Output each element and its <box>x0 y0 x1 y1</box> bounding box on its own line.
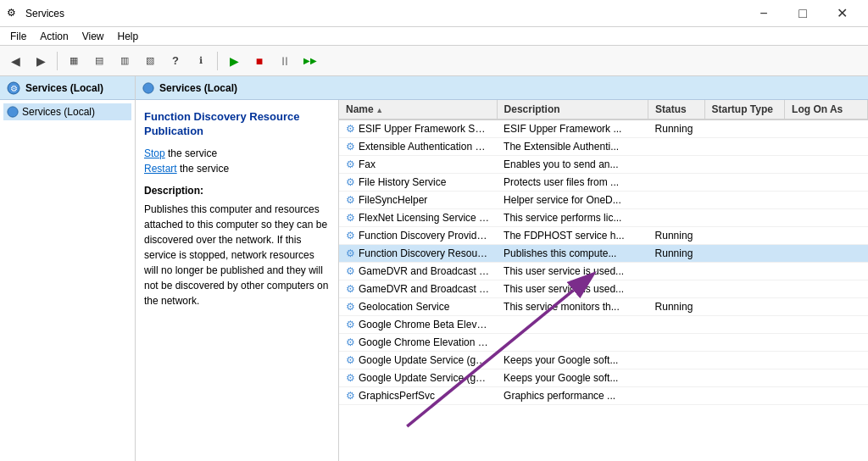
cell-startup <box>704 227 785 245</box>
svg-text:⚙: ⚙ <box>10 84 18 93</box>
close-button[interactable]: ✕ <box>822 0 861 27</box>
table-row[interactable]: Google Update Service (gupdate)Keeps you… <box>339 352 868 369</box>
cell-desc: Keeps your Google soft... <box>497 352 648 369</box>
restore-button[interactable]: □ <box>783 0 822 27</box>
about-button[interactable]: ℹ <box>189 49 213 73</box>
tree-services-icon <box>7 106 19 118</box>
cell-startup <box>704 280 785 298</box>
table-row[interactable]: Function Discovery Provider HostThe FDPH… <box>339 227 868 245</box>
cell-desc: Helper service for OneD... <box>497 192 648 209</box>
cell-startup <box>704 245 785 263</box>
help-button[interactable]: ? <box>164 49 187 73</box>
table-row[interactable]: FlexNet Licensing Service 64This service… <box>339 209 868 227</box>
cell-status <box>648 156 704 174</box>
forward-button[interactable]: ▶ <box>29 49 53 73</box>
tree-item-services-local[interactable]: Services (Local) <box>3 103 131 120</box>
cell-desc: Enables you to send an... <box>497 156 648 174</box>
cell-logon <box>785 227 868 245</box>
col-header-status[interactable]: Status <box>648 100 704 119</box>
cell-startup <box>704 316 785 334</box>
service-gear-icon <box>346 319 359 330</box>
table-row[interactable]: Function Discovery Resource PublicationP… <box>339 245 868 263</box>
cell-status <box>648 334 704 352</box>
menu-view[interactable]: View <box>75 29 111 44</box>
cell-status <box>648 280 704 298</box>
table-row[interactable]: Google Chrome Beta Elevation Service (Go… <box>339 316 868 334</box>
right-panel: Services (Local) Function Discovery Reso… <box>136 76 868 461</box>
tree-item-label: Services (Local) <box>22 106 95 118</box>
content-header-icon <box>142 82 154 94</box>
pause-button[interactable]: ⏸ <box>273 49 297 73</box>
cell-status: Running <box>648 227 704 245</box>
cell-desc <box>497 316 648 334</box>
col-header-desc[interactable]: Description <box>497 100 648 119</box>
cell-status: Running <box>648 119 704 138</box>
content-header: Services (Local) <box>136 76 868 100</box>
description-text: Publishes this computer and resources at… <box>144 202 330 308</box>
view2-button[interactable]: ▥ <box>113 49 136 73</box>
col-header-logon[interactable]: Log On As <box>785 100 868 119</box>
table-row[interactable]: File History ServiceProtects user files … <box>339 174 868 192</box>
service-gear-icon <box>346 176 359 188</box>
cell-startup <box>704 156 785 174</box>
table-row[interactable]: GraphicsPerfSvcGraphics performance ... <box>339 387 868 405</box>
menu-action[interactable]: Action <box>33 29 75 44</box>
menu-file[interactable]: File <box>3 29 33 44</box>
cell-status <box>648 352 704 369</box>
cell-status <box>648 192 704 209</box>
toolbar-sep-2 <box>217 52 218 70</box>
show-hide-button[interactable]: ▦ <box>62 49 86 73</box>
toolbar: ◀ ▶ ▦ ▤ ▥ ▧ ? ℹ ▶ ■ ⏸ ▶▶ <box>0 46 868 76</box>
table-row[interactable]: Extensible Authentication ProtocolThe Ex… <box>339 138 868 156</box>
cell-startup <box>704 138 785 156</box>
cell-desc: Protects user files from ... <box>497 174 648 192</box>
cell-name: Fax <box>339 156 497 174</box>
play-button[interactable]: ▶ <box>222 49 246 73</box>
view-button[interactable]: ▤ <box>87 49 111 73</box>
menu-bar: File Action View Help <box>0 27 868 46</box>
cell-desc: Keeps your Google soft... <box>497 369 648 387</box>
cell-desc: This service performs lic... <box>497 209 648 227</box>
table-row[interactable]: GameDVR and Broadcast User Service_23631… <box>339 280 868 298</box>
table-row[interactable]: ESIF Upper Framework ServiceESIF Upper F… <box>339 119 868 138</box>
cell-logon <box>785 263 868 280</box>
table-row[interactable]: FileSyncHelperHelper service for OneD... <box>339 192 868 209</box>
stop-button[interactable]: ■ <box>248 49 271 73</box>
stop-link[interactable]: Stop <box>144 147 165 159</box>
cell-startup <box>704 209 785 227</box>
cell-desc: Publishes this compute... <box>497 245 648 263</box>
col-header-name[interactable]: Name <box>339 100 497 119</box>
minimize-button[interactable]: − <box>744 0 783 27</box>
services-table-container[interactable]: Name Description Status Startup Type Log… <box>339 100 868 461</box>
back-button[interactable]: ◀ <box>3 49 27 73</box>
table-row[interactable]: Google Update Service (gupdatem)Keeps yo… <box>339 369 868 387</box>
cell-logon <box>785 245 868 263</box>
cell-logon <box>785 334 868 352</box>
table-row[interactable]: FaxEnables you to send an... <box>339 156 868 174</box>
svg-point-2 <box>8 107 18 117</box>
content-header-title: Services (Local) <box>159 82 237 94</box>
service-gear-icon <box>346 230 359 242</box>
service-title: Function Discovery Resource Publication <box>144 110 330 139</box>
cell-name: GameDVR and Broadcast User Service_23631… <box>339 280 497 298</box>
table-row[interactable]: Google Chrome Elevation Service (GoogleC… <box>339 334 868 352</box>
cell-logon <box>785 174 868 192</box>
cell-logon <box>785 209 868 227</box>
service-gear-icon <box>346 158 359 170</box>
cell-name: Extensible Authentication Protocol <box>339 138 497 156</box>
menu-help[interactable]: Help <box>111 29 146 44</box>
toolbar-sep-1 <box>57 52 58 70</box>
cell-logon <box>785 119 868 138</box>
table-row[interactable]: Geolocation ServiceThis service monitors… <box>339 298 868 316</box>
restart-link[interactable]: Restart <box>144 163 177 175</box>
cell-status <box>648 209 704 227</box>
cell-desc: ESIF Upper Framework ... <box>497 119 648 138</box>
cell-logon <box>785 316 868 334</box>
resume-button[interactable]: ▶▶ <box>298 49 322 73</box>
cell-desc: This user service is used... <box>497 280 648 298</box>
table-row[interactable]: GameDVR and Broadcast User Service_141ef… <box>339 263 868 280</box>
col-header-startup[interactable]: Startup Type <box>704 100 785 119</box>
view3-button[interactable]: ▧ <box>138 49 162 73</box>
service-gear-icon <box>346 336 359 348</box>
table-header-row: Name Description Status Startup Type Log… <box>339 100 868 119</box>
